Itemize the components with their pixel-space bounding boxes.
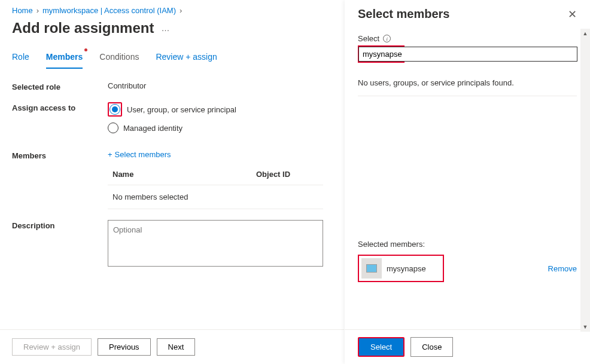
close-button[interactable]: Close (410, 337, 453, 357)
chevron-right-icon: › (37, 6, 39, 15)
remove-member-link[interactable]: Remove (548, 264, 577, 273)
selected-members-label: Selected members: (358, 240, 577, 249)
description-label: Description (12, 220, 108, 230)
select-button[interactable]: Select (359, 338, 403, 356)
chevron-right-icon: › (180, 6, 182, 15)
selected-member-item[interactable]: mysynapse (358, 255, 444, 282)
select-members-text: Select members (115, 150, 171, 159)
select-field-label: Select (358, 34, 379, 43)
radio-user-principal[interactable] (110, 104, 120, 115)
resource-icon (361, 258, 382, 279)
highlight-box: Select (358, 337, 405, 357)
member-search-input[interactable] (358, 47, 577, 62)
selected-role-label: Selected role (12, 81, 108, 91)
tab-review[interactable]: Review + assign (156, 47, 217, 69)
members-table: Name Object ID No members selected (108, 164, 323, 209)
selected-role-value: Contributor (108, 81, 323, 90)
plus-icon: + (108, 150, 112, 159)
select-members-panel: Select members ✕ Select i No users, grou… (345, 0, 590, 364)
highlight-box (358, 45, 405, 63)
radio-checked-icon (112, 106, 118, 112)
previous-button[interactable]: Previous (98, 338, 151, 356)
assign-access-label: Assign access to (12, 102, 108, 112)
tab-members[interactable]: Members (46, 47, 83, 69)
panel-title: Select members (358, 7, 449, 21)
selected-member-name: mysynapse (387, 264, 426, 273)
radio-user-label: User, group, or service principal (127, 105, 236, 114)
highlight-box (108, 102, 122, 117)
no-results-message: No users, groups, or service principals … (358, 63, 577, 96)
more-icon[interactable]: … (161, 23, 170, 33)
tab-conditions[interactable]: Conditions (99, 47, 139, 69)
review-assign-button: Review + assign (12, 338, 92, 356)
info-icon[interactable]: i (383, 35, 391, 42)
scroll-down-icon[interactable]: ▼ (580, 322, 590, 332)
divider (358, 96, 577, 96)
tab-role[interactable]: Role (12, 47, 29, 69)
col-name: Name (112, 170, 232, 179)
close-icon[interactable]: ✕ (568, 8, 577, 21)
members-label: Members (12, 150, 108, 160)
breadcrumb-workspace[interactable]: mymlworkspace | Access control (IAM) (42, 6, 176, 15)
breadcrumb-home[interactable]: Home (12, 6, 33, 15)
page-title: Add role assignment (12, 20, 154, 36)
members-empty-row: No members selected (108, 185, 323, 209)
radio-managed-label: Managed identity (123, 124, 183, 133)
description-input[interactable] (108, 220, 323, 267)
radio-managed-identity[interactable] (108, 123, 118, 133)
col-object-id: Object ID (256, 170, 290, 179)
bottom-bar: Review + assign Previous Next (0, 329, 344, 364)
next-button[interactable]: Next (157, 338, 196, 356)
tab-members-label: Members (46, 52, 83, 62)
notification-dot-icon (84, 48, 87, 51)
scrollbar[interactable]: ▲ ▼ (580, 29, 590, 332)
select-members-link[interactable]: + Select members (108, 150, 171, 159)
scroll-up-icon[interactable]: ▲ (580, 29, 590, 38)
